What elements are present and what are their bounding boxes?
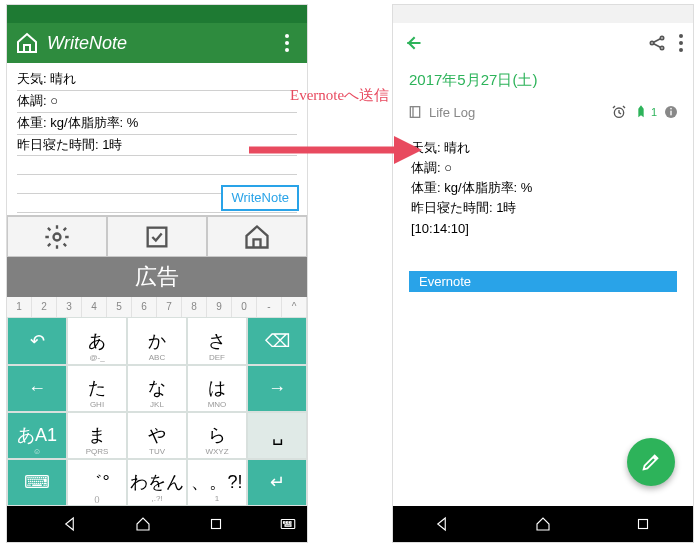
overflow-menu-icon[interactable] <box>679 34 683 52</box>
kbd-key[interactable]: まPQRS <box>67 412 127 459</box>
kbd-key[interactable]: → <box>247 365 307 412</box>
kbd-key[interactable]: かABC <box>127 317 187 364</box>
back-nav-icon[interactable] <box>62 515 80 533</box>
status-bar <box>393 5 693 23</box>
kbd-key[interactable]: わをん,.?! <box>127 459 187 506</box>
checkbox-button[interactable] <box>107 216 207 257</box>
svg-rect-16 <box>639 520 648 529</box>
notebook-name: Life Log <box>429 105 475 120</box>
note-textarea[interactable]: 天気: 晴れ 体調: ○ 体重: kg/体脂肪率: % 昨日寝た時間: 1時 W… <box>7 63 307 215</box>
handwritten-annotation: Evernoteへ送信 <box>290 86 389 105</box>
svg-point-0 <box>54 233 61 240</box>
svg-rect-7 <box>285 525 291 527</box>
evernote-badge: Evernote <box>409 271 677 292</box>
evernote-screen: 2017年5月27日(土) Life Log 1 天気: 晴れ 体調: ○ 体重… <box>392 4 694 543</box>
app-bar: WriteNote <box>7 23 307 63</box>
note-date: 2017年5月27日(土) <box>393 63 693 100</box>
back-icon[interactable] <box>403 33 423 53</box>
soft-keyboard: 1234567890-^ ↶あ@-_かABCさDEF⌫ ←たGHIなJKLはMN… <box>7 297 307 506</box>
content-line: 体重: kg/体脂肪率: % <box>411 178 675 198</box>
svg-rect-4 <box>284 522 286 524</box>
kbd-number-row[interactable]: 1234567890-^ <box>7 297 307 317</box>
content-line: 天気: 晴れ <box>411 138 675 158</box>
keyboard-nav-icon[interactable] <box>279 515 297 533</box>
note-line: 昨日寝た時間: 1時 <box>17 135 297 157</box>
kbd-key[interactable]: らWXYZ <box>187 412 247 459</box>
home-nav-icon[interactable] <box>134 515 152 533</box>
kbd-key[interactable]: ␣ <box>247 412 307 459</box>
content-line: 昨日寝た時間: 1時 <box>411 198 675 218</box>
kbd-key[interactable]: ゛°() <box>67 459 127 506</box>
tag-count: 1 <box>651 106 657 118</box>
back-nav-icon[interactable] <box>434 515 452 533</box>
kbd-key[interactable]: あA1☺ <box>7 412 67 459</box>
home-icon <box>15 31 39 55</box>
recent-nav-icon[interactable] <box>207 515 225 533</box>
note-line: 体重: kg/体脂肪率: % <box>17 113 297 135</box>
kbd-key[interactable]: ⌨ <box>7 459 67 506</box>
kbd-key[interactable]: やTUV <box>127 412 187 459</box>
svg-rect-6 <box>290 522 292 524</box>
info-icon[interactable] <box>663 104 679 120</box>
kbd-key[interactable]: さDEF <box>187 317 247 364</box>
notebook-row[interactable]: Life Log 1 <box>393 100 693 124</box>
svg-point-15 <box>670 108 672 110</box>
svg-rect-5 <box>287 522 289 524</box>
svg-rect-11 <box>410 107 419 118</box>
ad-banner[interactable]: 広告 <box>7 257 307 297</box>
content-line: 体調: ○ <box>411 158 675 178</box>
note-line: 天気: 晴れ <box>17 69 297 91</box>
home-nav-icon[interactable] <box>534 515 552 533</box>
kbd-key[interactable]: ⌫ <box>247 317 307 364</box>
svg-point-9 <box>660 36 663 39</box>
note-line <box>17 156 297 175</box>
kbd-key[interactable]: 、。?!1 <box>187 459 247 506</box>
android-nav-bar <box>7 506 307 542</box>
tag-icon[interactable] <box>633 104 649 120</box>
recent-nav-icon[interactable] <box>634 515 652 533</box>
pencil-icon <box>640 451 662 473</box>
note-line: 体調: ○ <box>17 91 297 113</box>
svg-rect-2 <box>211 520 220 529</box>
home-button[interactable] <box>207 216 307 257</box>
kbd-key[interactable]: ← <box>7 365 67 412</box>
reminder-icon[interactable] <box>611 104 627 120</box>
note-content[interactable]: 天気: 晴れ 体調: ○ 体重: kg/体脂肪率: % 昨日寝た時間: 1時 [… <box>393 124 693 253</box>
kbd-key[interactable]: ↶ <box>7 317 67 364</box>
kbd-key[interactable]: あ@-_ <box>67 317 127 364</box>
kbd-key[interactable]: ↵ <box>247 459 307 506</box>
status-bar <box>7 5 307 23</box>
toolbar <box>7 215 307 257</box>
svg-point-8 <box>650 41 653 44</box>
share-icon[interactable] <box>647 33 667 53</box>
kbd-key[interactable]: なJKL <box>127 365 187 412</box>
overflow-menu-icon[interactable] <box>275 31 299 55</box>
svg-point-10 <box>660 46 663 49</box>
writenote-screen: WriteNote 天気: 晴れ 体調: ○ 体重: kg/体脂肪率: % 昨日… <box>6 4 308 543</box>
content-line: [10:14:10] <box>411 219 675 239</box>
svg-rect-1 <box>148 228 167 247</box>
edit-fab[interactable] <box>627 438 675 486</box>
android-nav-bar <box>393 506 693 542</box>
notebook-icon <box>407 104 423 120</box>
app-bar <box>393 23 693 63</box>
svg-rect-14 <box>670 111 671 116</box>
svg-rect-3 <box>281 520 295 529</box>
settings-button[interactable] <box>7 216 107 257</box>
writenote-badge: WriteNote <box>221 185 299 212</box>
kbd-key[interactable]: はMNO <box>187 365 247 412</box>
app-title: WriteNote <box>47 33 275 54</box>
kbd-key[interactable]: たGHI <box>67 365 127 412</box>
